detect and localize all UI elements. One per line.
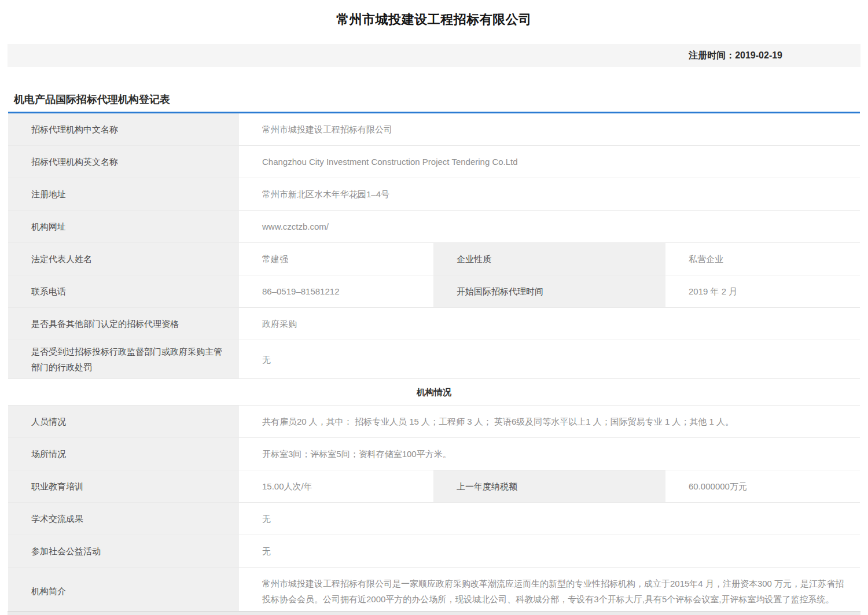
table-section-header: 机构情况	[8, 379, 860, 406]
row-value: 15.00人次/年	[239, 470, 433, 502]
row-label: 参加社会公益活动	[8, 535, 239, 567]
table-row: 学术交流成果 无	[8, 503, 860, 535]
table-row: 职业教育培训 15.00人次/年 上一年度纳税额 60.000000万元	[8, 470, 860, 503]
row-label: 是否具备其他部门认定的招标代理资格	[8, 308, 239, 340]
row-label: 招标代理机构英文名称	[8, 146, 239, 178]
row-label: 注册地址	[8, 178, 239, 210]
row-label: 机构网址	[8, 211, 239, 242]
row-value: www.czctzb.com/	[239, 211, 860, 242]
registration-time: 注册时间：2019-02-19	[689, 50, 782, 62]
row-label: 是否受到过招标投标行政监督部门或政府采购主管部门的行政处罚	[8, 340, 239, 378]
table-row: 机构网址 www.czctzb.com/	[8, 211, 860, 243]
row-value: 无	[239, 340, 860, 378]
row-value: 共有雇员20 人，其中： 招标专业人员 15 人；工程师 3 人； 英语6级及同…	[239, 406, 860, 437]
row-value: 2019 年 2 月	[665, 275, 860, 307]
table-row: 联系电话 86–0519–81581212 开始国际招标代理时间 2019 年 …	[8, 275, 860, 308]
table-row: 招标代理机构中文名称 常州市城投建设工程招标有限公司	[8, 113, 860, 146]
row-label: 学术交流成果	[8, 503, 239, 535]
row-value: Changzhou City Investment Construction P…	[239, 146, 860, 178]
row-label: 法定代表人姓名	[8, 243, 239, 275]
table-row: 场所情况 开标室3间；评标室5间；资料存储室100平方米。	[8, 438, 860, 470]
row-value: 常州市新北区水木年华花园1–4号	[239, 178, 860, 210]
row-value: 开标室3间；评标室5间；资料存储室100平方米。	[239, 438, 860, 470]
row-value: 60.000000万元	[665, 470, 860, 502]
row-value: 无	[239, 503, 860, 535]
page-title: 常州市城投建设工程招标有限公司	[0, 11, 868, 28]
row-label: 职业教育培训	[8, 470, 239, 502]
row-value: 常州市城投建设工程招标有限公司	[239, 113, 860, 145]
table-row: 是否受到过招标投标行政监督部门或政府采购主管部门的行政处罚 无	[8, 340, 860, 379]
row-label: 人员情况	[8, 406, 239, 437]
row-label: 企业性质	[433, 243, 665, 275]
row-label: 机构简介	[8, 568, 239, 614]
table-row: 参加社会公益活动 无	[8, 535, 860, 568]
table-row: 招标代理机构英文名称 Changzhou City Investment Con…	[8, 146, 860, 178]
table-row: 是否具备其他部门认定的招标代理资格 政府采购	[8, 308, 860, 340]
row-label: 联系电话	[8, 275, 239, 307]
table-row: 法定代表人姓名 常建强 企业性质 私营企业	[8, 243, 860, 275]
bottom-divider-bar	[8, 611, 860, 615]
row-label: 开始国际招标代理时间	[433, 275, 665, 307]
registration-time-bar: 注册时间：2019-02-19	[8, 44, 860, 67]
row-value: 政府采购	[239, 308, 860, 340]
table-row: 机构简介 常州市城投建设工程招标有限公司是一家顺应政府采购改革潮流应运而生的新型…	[8, 568, 860, 614]
row-label: 招标代理机构中文名称	[8, 113, 239, 145]
row-label: 场所情况	[8, 438, 239, 470]
row-value: 常州市城投建设工程招标有限公司是一家顺应政府采购改革潮流应运而生的新型的专业性招…	[239, 568, 860, 614]
table-row: 注册地址 常州市新北区水木年华花园1–4号	[8, 178, 860, 211]
table-row: 人员情况 共有雇员20 人，其中： 招标专业人员 15 人；工程师 3 人； 英…	[8, 406, 860, 438]
registration-table: 招标代理机构中文名称 常州市城投建设工程招标有限公司 招标代理机构英文名称 Ch…	[8, 112, 860, 615]
section-title: 机电产品国际招标代理机构登记表	[14, 93, 868, 106]
row-value: 私营企业	[665, 243, 860, 275]
row-value: 86–0519–81581212	[239, 275, 433, 307]
section-header-label: 机构情况	[8, 379, 860, 405]
row-value: 无	[239, 535, 860, 567]
row-label: 上一年度纳税额	[433, 470, 665, 502]
row-value: 常建强	[239, 243, 433, 275]
